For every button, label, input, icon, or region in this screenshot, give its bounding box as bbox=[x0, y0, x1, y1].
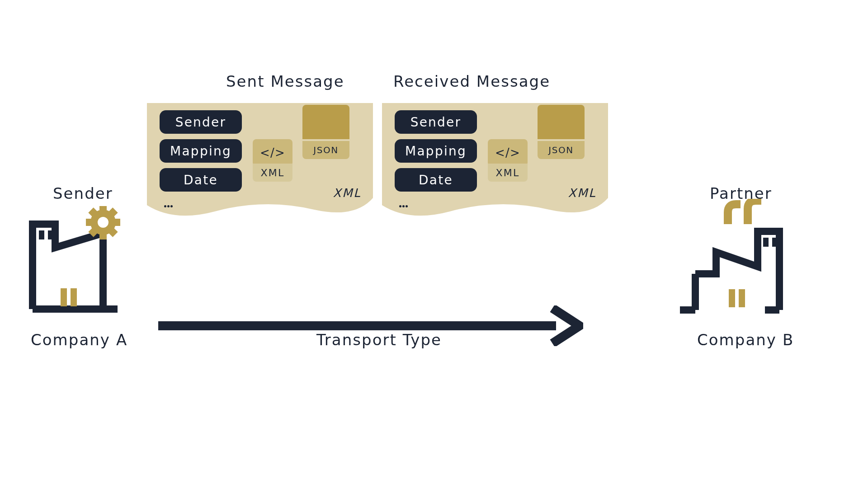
svg-line-11 bbox=[91, 230, 96, 235]
partner-company-label: Company B bbox=[697, 331, 794, 349]
sender-company-label: Company A bbox=[31, 331, 127, 349]
sent-field-mapping: Mapping bbox=[160, 139, 242, 163]
svg-rect-15 bbox=[729, 289, 735, 307]
svg-rect-1 bbox=[48, 230, 53, 239]
sender-role-label: Sender bbox=[53, 184, 113, 202]
json-format-icon: JSON bbox=[302, 111, 349, 159]
svg-line-10 bbox=[110, 230, 115, 235]
svg-rect-13 bbox=[763, 238, 769, 247]
svg-line-9 bbox=[91, 210, 96, 215]
sent-message-card: Sender Mapping Date </> XML JSON XML bbox=[147, 103, 373, 219]
ellipsis-icon bbox=[399, 201, 409, 204]
svg-rect-3 bbox=[71, 288, 77, 306]
svg-rect-16 bbox=[739, 289, 745, 307]
sent-message-title: Sent Message bbox=[226, 72, 344, 90]
xml-format-icon: </> XML bbox=[253, 139, 292, 182]
sent-field-sender: Sender bbox=[160, 110, 242, 134]
svg-rect-14 bbox=[772, 238, 778, 247]
received-message-card: Sender Mapping Date </> XML JSON XML bbox=[382, 103, 608, 219]
svg-line-12 bbox=[110, 210, 115, 215]
svg-rect-2 bbox=[61, 288, 67, 306]
sent-format-badge: XML bbox=[333, 186, 361, 200]
received-message-title: Received Message bbox=[393, 72, 550, 90]
received-format-badge: XML bbox=[568, 186, 596, 200]
received-field-date: Date bbox=[395, 168, 477, 192]
sender-building-icon bbox=[27, 206, 131, 314]
svg-rect-0 bbox=[39, 230, 44, 239]
svg-point-4 bbox=[94, 213, 112, 231]
json-format-icon: JSON bbox=[538, 111, 585, 159]
xml-format-icon: </> XML bbox=[488, 139, 528, 182]
partner-building-icon bbox=[673, 199, 786, 316]
ellipsis-icon bbox=[164, 201, 174, 204]
transport-type-label: Transport Type bbox=[316, 331, 442, 349]
received-field-sender: Sender bbox=[395, 110, 477, 134]
received-field-mapping: Mapping bbox=[395, 139, 477, 163]
sent-field-date: Date bbox=[160, 168, 242, 192]
